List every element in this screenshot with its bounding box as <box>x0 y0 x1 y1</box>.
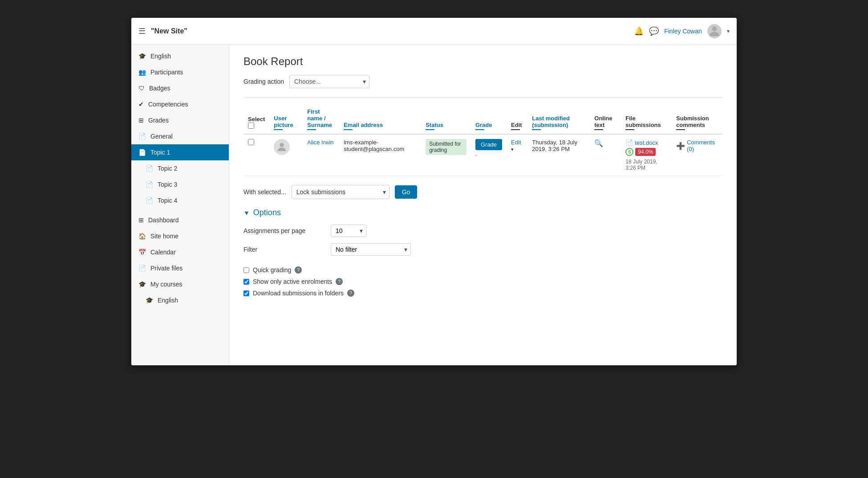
avatar <box>274 139 290 155</box>
col-user-picture-label[interactable]: User picture <box>274 115 298 128</box>
hamburger-icon[interactable]: ☰ <box>138 26 146 36</box>
graduation-icon: 🎓 <box>138 53 146 60</box>
col-file-submissions-label: File submissions <box>625 115 667 128</box>
chat-icon[interactable]: 💬 <box>649 26 659 36</box>
filter-select[interactable]: No filter <box>331 243 411 256</box>
sidebar-label-topic3: Topic 3 <box>158 181 177 188</box>
with-selected-row: With selected... Lock submissions Go <box>243 185 722 199</box>
user-name[interactable]: Finley Cowan <box>664 28 702 35</box>
student-name-link[interactable]: Alice Irwin <box>307 139 333 146</box>
show-active-checkbox[interactable] <box>243 279 249 285</box>
word-file-icon: 📄 <box>625 139 633 146</box>
col-first-name: First name /Surname <box>303 105 339 134</box>
sidebar-label-calendar: Calendar <box>150 249 176 256</box>
grade-button[interactable]: Grade <box>475 139 502 150</box>
participants-icon: 👥 <box>138 69 146 76</box>
sidebar-item-english[interactable]: 🎓 English <box>131 48 229 64</box>
main-layout: 🎓 English 👥 Participants 🛡 Badges ✔ Comp… <box>131 45 737 365</box>
show-active-help-icon[interactable]: ? <box>336 278 343 285</box>
file-name: test.docx <box>635 139 658 146</box>
sidebar-item-calendar[interactable]: 📅 Calendar <box>131 244 229 260</box>
col-submission-comments: Submissioncomments <box>672 105 722 134</box>
sidebar-item-general[interactable]: 📄 General <box>131 128 229 144</box>
edit-dropdown-arrow[interactable]: ▾ <box>511 147 514 152</box>
sidebar-item-site-home[interactable]: 🏠 Site home <box>131 228 229 244</box>
scanned-icon: S <box>625 148 633 156</box>
sidebar-item-topic1[interactable]: 📄 Topic 1 <box>131 144 229 160</box>
col-last-modified-label[interactable]: Last modified(submission) <box>532 115 585 128</box>
col-email-label[interactable]: Email address <box>344 122 417 128</box>
grading-action-label: Grading action <box>243 78 284 85</box>
grading-action-row: Grading action Choose... <box>243 75 722 88</box>
action-select[interactable]: Lock submissions <box>292 185 389 199</box>
sidebar-label-badges: Badges <box>149 85 170 92</box>
edit-link[interactable]: Edit <box>511 139 521 146</box>
col-first-name-label[interactable]: First name /Surname <box>307 108 335 128</box>
grade-dash: - <box>475 152 502 158</box>
col-status-label[interactable]: Status <box>426 122 466 128</box>
sidebar-item-topic2[interactable]: 📄 Topic 2 <box>131 160 229 176</box>
bell-icon[interactable]: 🔔 <box>634 26 644 36</box>
options-row-filter: Filter No filter <box>243 243 466 256</box>
add-comment-icon[interactable]: ➕ <box>676 142 685 150</box>
row-checkbox[interactable] <box>248 139 254 145</box>
grades-icon: ⊞ <box>138 117 144 124</box>
sidebar-item-my-courses[interactable]: 🎓 My courses <box>131 276 229 292</box>
topbar-right: 🔔 💬 Finley Cowan ▾ <box>634 24 730 38</box>
quick-grading-help-icon[interactable]: ? <box>295 266 302 274</box>
col-online-text-label: Online text <box>594 115 617 128</box>
file-submissions-underline <box>625 129 634 130</box>
first-name-underline <box>307 129 316 130</box>
filter-label: Filter <box>243 246 324 253</box>
submissions-table: Select User picture First name /Surname <box>243 105 722 176</box>
sidebar-label-general: General <box>150 133 173 140</box>
comments-link[interactable]: Comments (0) <box>687 139 718 152</box>
dashboard-icon: ⊞ <box>138 217 144 224</box>
cell-grade: Grade - <box>471 134 507 176</box>
go-button[interactable]: Go <box>395 185 418 199</box>
col-online-text: Online text <box>590 105 621 134</box>
topic1-icon: 📄 <box>138 149 146 156</box>
per-page-select[interactable]: 10 <box>331 225 366 237</box>
sidebar-label-my-courses: My courses <box>150 281 183 288</box>
sidebar-item-competencies[interactable]: ✔ Competencies <box>131 96 229 112</box>
cell-select <box>243 134 269 176</box>
sidebar-item-topic3[interactable]: 📄 Topic 3 <box>131 176 229 192</box>
grading-action-select[interactable]: Choose... <box>289 75 369 88</box>
col-select: Select <box>243 105 269 134</box>
sidebar-label-competencies: Competencies <box>148 101 188 108</box>
sidebar-label-grades: Grades <box>148 117 169 124</box>
my-courses-icon: 🎓 <box>138 281 146 288</box>
sidebar-label-private-files: Private files <box>150 265 183 272</box>
cell-name: Alice Irwin <box>303 134 339 176</box>
file-link[interactable]: 📄 test.docx <box>625 139 667 146</box>
col-grade: Grade <box>471 105 507 134</box>
action-select-wrapper: Lock submissions <box>292 185 389 199</box>
last-modified-underline <box>532 129 541 130</box>
edit-underline <box>511 129 520 130</box>
sidebar-label-topic4: Topic 4 <box>158 197 177 204</box>
sidebar-item-topic4[interactable]: 📄 Topic 4 <box>131 192 229 208</box>
online-text-search-icon[interactable]: 🔍 <box>594 139 603 147</box>
user-dropdown-arrow[interactable]: ▾ <box>727 28 730 34</box>
home-icon: 🏠 <box>138 233 146 240</box>
download-folders-help-icon[interactable]: ? <box>347 290 354 297</box>
sidebar-item-badges[interactable]: 🛡 Badges <box>131 80 229 96</box>
user-avatar[interactable] <box>707 24 722 38</box>
download-folders-checkbox[interactable] <box>243 290 249 296</box>
sidebar-item-grades[interactable]: ⊞ Grades <box>131 112 229 128</box>
sidebar-item-english-sub[interactable]: 🎓 English <box>131 292 229 308</box>
quick-grading-checkbox[interactable] <box>243 267 249 273</box>
checkbox-group: Quick grading ? Show only active enrolme… <box>243 266 466 297</box>
sidebar-item-participants[interactable]: 👥 Participants <box>131 64 229 80</box>
sidebar-item-private-files[interactable]: 📄 Private files <box>131 260 229 276</box>
options-row-per-page: Assignments per page 10 <box>243 225 466 237</box>
select-all-checkbox[interactable] <box>248 123 254 129</box>
status-underline <box>426 129 434 130</box>
user-picture-underline <box>274 129 283 130</box>
col-grade-label[interactable]: Grade <box>475 122 502 128</box>
with-selected-label: With selected... <box>243 188 286 196</box>
sidebar-item-dashboard[interactable]: ⊞ Dashboard <box>131 212 229 228</box>
download-folders-label: Download submissions in folders <box>253 290 344 297</box>
options-header[interactable]: ▼ Options <box>243 208 722 217</box>
